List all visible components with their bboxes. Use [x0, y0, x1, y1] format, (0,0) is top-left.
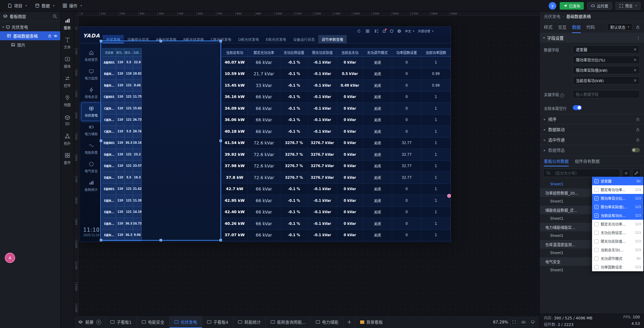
- field-option[interactable]: 额定有功功率...123: [592, 185, 643, 194]
- preview-nav-item[interactable]: 系统首页: [81, 47, 101, 65]
- resize-handle[interactable]: [100, 239, 102, 241]
- field-option[interactable]: 当前总无功(...123: [592, 245, 643, 254]
- inspector-tab[interactable]: 代码: [586, 21, 595, 33]
- checkbox-icon[interactable]: [594, 231, 599, 235]
- foreground-control[interactable]: 前景 +: [74, 316, 106, 328]
- board-tab[interactable]: 能耗查询用能...: [266, 316, 311, 328]
- data-field-chip[interactable]: 限功率百分比(%)×: [573, 56, 640, 64]
- rail-item-grid[interactable]: 套件: [61, 149, 74, 168]
- preview-nav-item[interactable]: 电力监控: [81, 65, 101, 84]
- preview-nav-item[interactable]: 电能质量: [81, 140, 101, 158]
- field-option[interactable]: ✓限功率实际值(...123: [592, 203, 643, 211]
- refresh-icon[interactable]: [357, 29, 361, 33]
- trim-toggle[interactable]: [573, 105, 582, 110]
- field-option[interactable]: ✓当前总有功(k...123: [592, 211, 643, 220]
- inspector-tab[interactable]: 数据: [572, 21, 581, 33]
- resize-handle[interactable]: [160, 239, 162, 241]
- field-option[interactable]: ✓逆变器Str: [592, 177, 643, 185]
- board-tab[interactable]: 耗能统计: [233, 316, 266, 328]
- preview-nav-item[interactable]: 能耗统计: [81, 177, 101, 195]
- toggle-off[interactable]: [632, 148, 640, 152]
- field-option[interactable]: 功率因数设定123: [592, 263, 643, 271]
- rail-item-topo[interactable]: 拓扑: [61, 130, 74, 149]
- board-tab[interactable]: 电力储能: [311, 316, 344, 328]
- field-option[interactable]: 无功调节模式Str: [592, 254, 643, 263]
- search-icon[interactable]: [53, 14, 57, 19]
- published-button[interactable]: 已发布: [560, 2, 584, 10]
- checkbox-icon[interactable]: [594, 248, 599, 252]
- search-input[interactable]: （区分大小写）: [543, 169, 620, 177]
- apps-icon[interactable]: [366, 29, 369, 33]
- cloud-hosting-button[interactable]: 云托管: [587, 2, 612, 10]
- shield-icon[interactable]: [390, 29, 394, 33]
- preview-nav-item[interactable]: 电气安全: [81, 158, 101, 177]
- preview-tab[interactable]: E栋光伏发电: [262, 35, 290, 43]
- rail-item-cube[interactable]: 3D: [61, 111, 74, 130]
- keyboard-shortcuts-button[interactable]: [520, 319, 527, 326]
- language-selector[interactable]: 中文 ▾: [405, 29, 414, 33]
- data-panel-tab[interactable]: 组件自有数据: [575, 156, 600, 166]
- remove-icon[interactable]: ×: [633, 68, 637, 73]
- checkbox-icon[interactable]: [594, 239, 599, 243]
- board-tab[interactable]: 子看板1: [106, 316, 137, 328]
- user-avatar[interactable]: y: [549, 2, 556, 10]
- resize-handle[interactable]: [219, 40, 222, 42]
- field-option[interactable]: 无功比例设定...123: [592, 228, 643, 237]
- collapsed-section[interactable]: ▸数据联动: [540, 124, 644, 134]
- resize-handle[interactable]: [160, 40, 162, 42]
- presentation-button[interactable]: [529, 319, 536, 326]
- background-board-tab[interactable]: 背景看板: [355, 316, 388, 328]
- menu-data[interactable]: 数据▾: [31, 0, 58, 12]
- resize-handle[interactable]: [100, 140, 102, 142]
- add-board-button[interactable]: +: [344, 316, 355, 328]
- preview-tab[interactable]: 设备运行状态: [290, 35, 318, 43]
- collapsed-section[interactable]: ▸排序: [540, 114, 644, 124]
- checkbox-icon[interactable]: [594, 188, 599, 192]
- section-field-settings[interactable]: ▾ 字段设置 ⋮: [540, 33, 644, 43]
- layer-item-image[interactable]: 图片: [0, 40, 60, 49]
- data-panel-tab[interactable]: 看板公共数据: [544, 156, 569, 166]
- state-selector[interactable]: 默认状态 ▾: [607, 23, 632, 31]
- data-field-chip[interactable]: 限功率实际值(kW)×: [573, 66, 640, 74]
- preview-tab[interactable]: D栋光伏发电: [235, 35, 262, 43]
- bell-icon[interactable]: [382, 29, 386, 33]
- fullscreen-icon[interactable]: [375, 29, 378, 33]
- resize-handle[interactable]: [100, 40, 102, 42]
- add-data-button[interactable]: +: [622, 169, 630, 177]
- lock-icon[interactable]: [48, 34, 52, 38]
- checkbox-icon[interactable]: ✓: [594, 196, 599, 200]
- rail-item-play[interactable]: 媒体: [61, 53, 74, 72]
- collapsed-section[interactable]: ▸选中传递: [540, 134, 644, 145]
- dashboard-artboard[interactable]: YADA ✕ 中文 ▾ 外部访客: [80, 27, 451, 242]
- rail-item-bars[interactable]: 图表: [61, 14, 74, 34]
- resize-handle[interactable]: [219, 239, 222, 241]
- field-option[interactable]: ✓限功率百分比...123: [592, 194, 643, 203]
- board-tab[interactable]: 光伏发电: [170, 316, 202, 328]
- menu-project[interactable]: 项目▾: [3, 0, 31, 12]
- remove-icon[interactable]: ×: [633, 78, 637, 83]
- selection-box[interactable]: [100, 41, 221, 241]
- inspector-tab[interactable]: 交互: [558, 21, 567, 33]
- checkbox-icon[interactable]: ✓: [594, 179, 599, 183]
- board-tab[interactable]: 电能安全: [137, 316, 170, 328]
- layer-item-table[interactable]: 基础数据表格: [0, 31, 60, 40]
- preview-nav-item[interactable]: 用电总览: [81, 84, 101, 102]
- resize-handle[interactable]: [219, 140, 222, 142]
- board-tab[interactable]: 子看板4: [202, 316, 234, 328]
- layer-group[interactable]: ▾ 光伏发电: [0, 23, 60, 31]
- key-field-input[interactable]: 拖入数据字段: [573, 90, 640, 98]
- fit-screen-button[interactable]: [511, 319, 517, 326]
- edit-data-button[interactable]: [632, 169, 641, 177]
- preview-button[interactable]: 预览 ▾: [615, 2, 641, 10]
- field-option[interactable]: 额定无功功率...123: [592, 220, 643, 228]
- data-field-chip[interactable]: 逆变器×: [573, 45, 640, 54]
- user-menu[interactable]: 外部访客 ▾: [418, 29, 433, 33]
- lock-icon[interactable]: [636, 25, 640, 29]
- breadcrumb-parent[interactable]: 光伏发电: [544, 13, 560, 19]
- checkbox-icon[interactable]: [594, 256, 599, 261]
- rail-item-textT[interactable]: 文本: [61, 34, 74, 53]
- checkbox-icon[interactable]: [594, 265, 599, 269]
- eye-icon[interactable]: [54, 34, 57, 38]
- data-field-chip[interactable]: 当前总有功(kW)×: [573, 76, 640, 85]
- chevron-down-icon[interactable]: ▾: [2, 25, 4, 29]
